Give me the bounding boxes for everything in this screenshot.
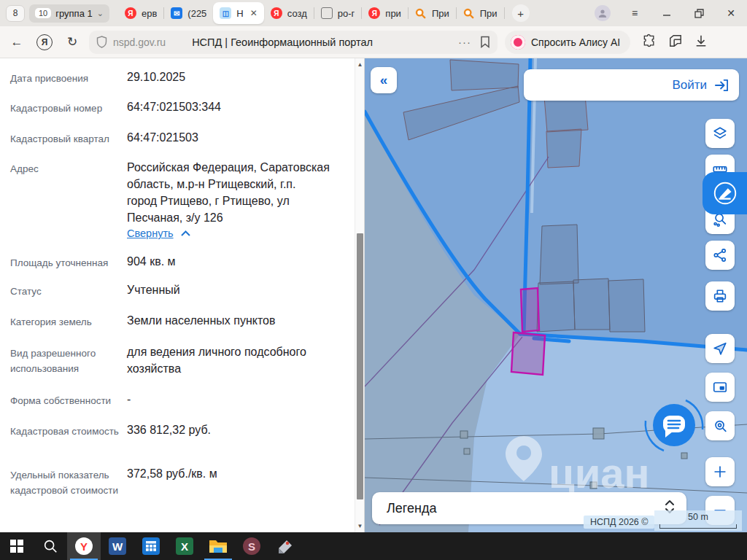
field-label: Кадастровый номер [10,101,121,116]
back-icon[interactable]: ← [4,35,29,50]
field-value: 904 кв. м [127,253,349,270]
field-value: Российская Федерация, Саратовская област… [127,159,349,226]
collapse-panel-button[interactable]: « [371,67,397,93]
login-icon [714,79,729,92]
sidebar-panels-icon[interactable] [668,34,683,50]
map-canvas: циан [365,58,747,532]
start-button[interactable] [0,532,34,560]
minimize-window-button[interactable] [651,0,683,26]
tab-8[interactable]: При [457,2,504,24]
map-tools-badge[interactable] [703,172,747,214]
taskbar-excel[interactable]: X [168,532,201,560]
tab-title: созд [287,8,307,19]
tab-6[interactable]: Я при [362,2,408,24]
field-value: Учтенный [127,281,349,298]
coordinate-search-button[interactable] [705,411,735,440]
screen: 8 10 группа 1 ⌄ Я ерв ✉ (225 ◫ Н ✕ Я соз… [0,0,747,560]
print-button[interactable] [705,281,735,311]
url-text: nspd.gov.ru [113,36,166,48]
svg-text:циан: циан [549,449,650,497]
field-label: Площадь уточненная [10,255,121,271]
tab-5[interactable]: ро-г [314,2,362,24]
tab-title: При [480,8,498,19]
more-icon[interactable]: ··· [458,36,471,48]
taskbar-skype[interactable]: S [235,532,268,560]
avatar[interactable] [587,0,619,26]
minimap-frame-button[interactable] [705,373,735,402]
scale-label: 50 m [654,512,742,522]
panel-scrollbar[interactable]: ▲ ▼ [355,58,364,532]
tab-counter-badge[interactable]: 8 [6,5,25,22]
tab-title: ро-г [338,8,355,19]
field-label: Удельный показатель кадастровой стоимост… [10,467,121,498]
field-value: - [127,391,349,408]
map-viewport[interactable]: циан « Войти [365,58,747,532]
ask-alice-button[interactable]: Спросить Алису AI [505,31,630,54]
taskbar-calculator[interactable] [134,532,168,560]
taskbar-word[interactable]: W [101,532,134,560]
close-window-button[interactable]: ✕ [715,0,747,26]
tab-group-count: 10 [35,8,51,18]
field-value: для ведения личного подсобного хозяйства [127,343,349,377]
shield-icon [96,36,107,48]
tab-title: ерв [142,8,157,19]
tab-title: (225 [187,8,206,19]
zoom-in-button[interactable] [705,457,735,486]
browser-tab-bar: 8 10 группа 1 ⌄ Я ерв ✉ (225 ◫ Н ✕ Я соз… [0,0,747,26]
tab-1[interactable]: Я ерв [118,2,163,24]
mail-favicon: ✉ [171,7,182,19]
field-value: 64:47:021503:344 [127,98,349,115]
field-value: 29.10.2025 [127,69,349,85]
tab-group-chip[interactable]: 10 группа 1 ⌄ [29,4,109,23]
browser-menu-icon[interactable]: ≡ [619,0,651,26]
scale-bar: 50 m [654,510,742,531]
field-label: Статус [10,284,121,299]
field-label: Адрес [10,161,121,176]
close-tab-icon[interactable]: ✕ [250,8,258,18]
scroll-up-icon[interactable]: ▲ [357,61,363,68]
tab-title: При [432,8,449,19]
share-button[interactable] [705,241,735,270]
login-label[interactable]: Войти [672,78,707,93]
locate-button[interactable] [705,334,735,363]
taskbar-search-button[interactable] [34,532,67,560]
taskbar-yandex-browser[interactable]: Y [67,532,101,560]
bookmark-icon[interactable] [480,36,490,48]
tab-4[interactable]: Я созд [264,2,314,24]
field-label: Категория земель [10,314,121,330]
alice-icon [511,35,525,50]
tab-2[interactable]: ✉ (225 [164,2,213,24]
nspd-favicon: ◫ [220,7,231,19]
yandex-favicon: Я [125,7,136,19]
tab-title: при [385,8,401,19]
collapse-address-link[interactable]: Свернуть [127,228,190,239]
refresh-icon[interactable]: ↻ [60,34,85,50]
tab-title: Н [236,8,243,19]
tab-3-active[interactable]: ◫ Н ✕ [213,2,263,24]
tab-7[interactable]: При [409,2,456,24]
field-label: Дата присвоения [10,71,121,86]
windows-taskbar: Y W X S РУС 14:44 02.02.2026 [0,532,747,560]
field-label: Форма собственности [10,393,121,408]
taskbar-file-explorer[interactable] [201,532,235,560]
field-value: Земли населенных пунктов [127,312,349,329]
layers-button[interactable] [705,119,735,148]
yandex-favicon: Я [271,7,282,19]
map-copyright: НСПД 2026 © [584,516,654,529]
new-tab-button[interactable]: + [512,4,530,22]
tab-divider [504,7,505,19]
window-controls: ≡ ✕ [587,0,747,26]
login-bar[interactable]: Войти [524,69,739,101]
search-favicon [463,7,475,19]
scale-bracket [659,524,737,529]
browser-address-bar: ← Я ↻ nspd.gov.ru НСПД | Геоинформационн… [0,26,747,58]
scrollbar-thumb[interactable] [357,233,363,499]
field-label: Вид разрешенного использования [10,346,121,376]
restore-window-button[interactable] [683,0,715,26]
downloads-icon[interactable] [694,34,708,50]
taskbar-scanner[interactable] [268,532,302,560]
extensions-puzzle-icon[interactable] [642,34,657,51]
yandex-home-icon[interactable]: Я [36,34,53,50]
url-field[interactable]: nspd.gov.ru НСПД | Геоинформационный пор… [89,31,498,54]
scroll-down-icon[interactable]: ▼ [357,523,363,529]
